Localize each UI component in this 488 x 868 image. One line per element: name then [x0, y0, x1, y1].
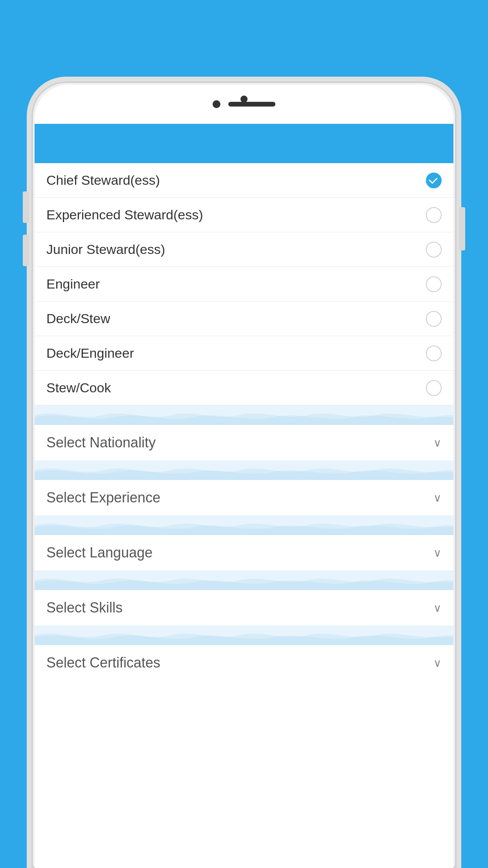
screen-content: Chief Steward(ess)Experienced Steward(es… [35, 124, 453, 868]
dropdown-item-skills[interactable]: Select Skills∨ [35, 590, 453, 625]
radio-button[interactable] [426, 380, 442, 396]
position-list-item[interactable]: Deck/Stew [35, 302, 453, 336]
phone-inner: Chief Steward(ess)Experienced Steward(es… [35, 85, 453, 868]
dropdown-item-nationality[interactable]: Select Nationality∨ [35, 425, 453, 460]
radio-button[interactable] [426, 173, 442, 188]
camera-dot [213, 100, 220, 108]
chevron-down-icon: ∨ [433, 491, 442, 504]
position-label: Deck/Stew [46, 311, 110, 326]
position-label: Deck/Engineer [46, 346, 134, 361]
wavy-divider [35, 460, 453, 480]
phone-frame: Chief Steward(ess)Experienced Steward(es… [27, 77, 461, 868]
speaker-bar [228, 102, 275, 107]
power-button [459, 207, 465, 250]
chevron-down-icon: ∨ [433, 436, 442, 449]
phone-top-bar [35, 85, 453, 124]
dropdown-item-language[interactable]: Select Language∨ [35, 535, 453, 570]
radio-button[interactable] [426, 242, 442, 257]
chevron-down-icon: ∨ [433, 657, 442, 669]
position-list: Chief Steward(ess)Experienced Steward(es… [35, 163, 453, 405]
position-label: Engineer [46, 276, 100, 292]
dropdown-label: Select Skills [46, 600, 123, 616]
wavy-divider [35, 625, 453, 645]
wavy-divider [35, 405, 453, 425]
position-label: Stew/Cook [46, 380, 111, 395]
radio-button[interactable] [426, 207, 442, 223]
position-list-item[interactable]: Stew/Cook [35, 371, 453, 405]
front-camera [240, 96, 248, 103]
dropdown-label: Select Nationality [46, 434, 156, 451]
chevron-down-icon: ∨ [433, 546, 442, 559]
chevron-down-icon: ∨ [433, 601, 442, 614]
position-label: Experienced Steward(ess) [46, 207, 203, 223]
position-list-item[interactable]: Experienced Steward(ess) [35, 198, 453, 232]
dropdown-item-certificates[interactable]: Select Certificates∨ [35, 645, 453, 680]
dropdown-sections: Select Nationality∨ Select Experience∨ S… [35, 405, 453, 680]
dropdown-label: Select Experience [46, 489, 160, 506]
volume-up-button [23, 191, 29, 223]
app-header [35, 124, 453, 163]
position-list-item[interactable]: Junior Steward(ess) [35, 232, 453, 267]
position-label: Junior Steward(ess) [46, 242, 165, 257]
dropdown-item-experience[interactable]: Select Experience∨ [35, 480, 453, 515]
position-list-item[interactable]: Deck/Engineer [35, 336, 453, 371]
position-label: Chief Steward(ess) [46, 173, 160, 188]
volume-down-button [23, 235, 29, 266]
wavy-divider [35, 515, 453, 535]
position-list-item[interactable]: Engineer [35, 267, 453, 302]
radio-button[interactable] [426, 311, 442, 327]
dropdown-label: Select Certificates [46, 655, 160, 671]
dropdown-label: Select Language [46, 544, 152, 561]
radio-button[interactable] [426, 276, 442, 292]
wavy-divider [35, 570, 453, 590]
position-list-item[interactable]: Chief Steward(ess) [35, 163, 453, 198]
radio-button[interactable] [426, 346, 442, 361]
